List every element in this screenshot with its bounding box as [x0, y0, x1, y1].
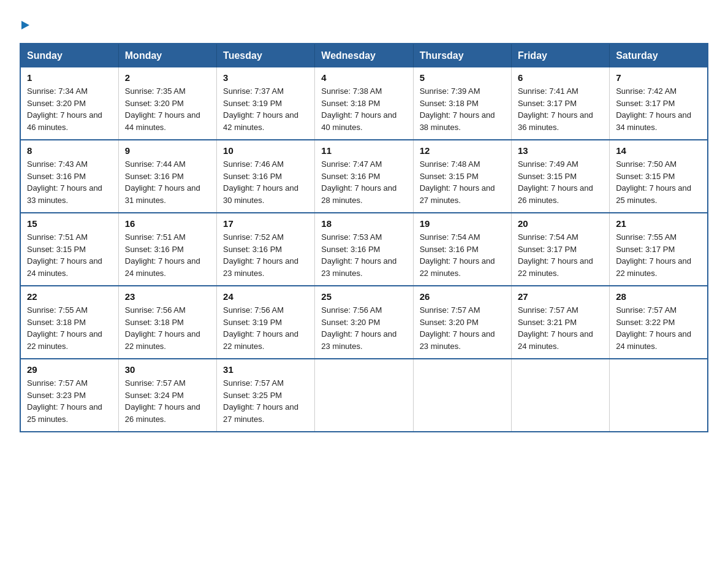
day-info: Sunrise: 7:47 AMSunset: 3:16 PMDaylight:…: [321, 158, 406, 206]
day-number: 4: [321, 72, 406, 83]
day-info: Sunrise: 7:48 AMSunset: 3:15 PMDaylight:…: [420, 158, 505, 206]
day-info: Sunrise: 7:34 AMSunset: 3:20 PMDaylight:…: [27, 85, 112, 133]
calendar-cell: 11 Sunrise: 7:47 AMSunset: 3:16 PMDaylig…: [315, 140, 413, 213]
calendar-cell: 5 Sunrise: 7:39 AMSunset: 3:18 PMDayligh…: [413, 67, 511, 140]
day-info: Sunrise: 7:51 AMSunset: 3:16 PMDaylight:…: [125, 231, 210, 279]
day-number: 5: [420, 72, 505, 83]
calendar-cell: 27 Sunrise: 7:57 AMSunset: 3:21 PMDaylig…: [511, 286, 609, 359]
day-number: 12: [420, 145, 505, 156]
calendar-cell: 9 Sunrise: 7:44 AMSunset: 3:16 PMDayligh…: [118, 140, 216, 213]
day-number: 6: [518, 72, 603, 83]
day-info: Sunrise: 7:37 AMSunset: 3:19 PMDaylight:…: [223, 85, 308, 133]
day-info: Sunrise: 7:49 AMSunset: 3:15 PMDaylight:…: [518, 158, 603, 206]
day-number: 19: [420, 218, 505, 229]
logo-blue-text: [20, 17, 29, 33]
calendar-week-row: 8 Sunrise: 7:43 AMSunset: 3:16 PMDayligh…: [20, 140, 708, 213]
calendar-table: SundayMondayTuesdayWednesdayThursdayFrid…: [20, 43, 708, 432]
day-info: Sunrise: 7:56 AMSunset: 3:20 PMDaylight:…: [321, 304, 406, 352]
calendar-week-row: 22 Sunrise: 7:55 AMSunset: 3:18 PMDaylig…: [20, 286, 708, 359]
day-info: Sunrise: 7:51 AMSunset: 3:15 PMDaylight:…: [27, 231, 112, 279]
day-info: Sunrise: 7:54 AMSunset: 3:16 PMDaylight:…: [420, 231, 505, 279]
day-number: 30: [125, 364, 210, 375]
day-info: Sunrise: 7:57 AMSunset: 3:21 PMDaylight:…: [518, 304, 603, 352]
day-info: Sunrise: 7:46 AMSunset: 3:16 PMDaylight:…: [223, 158, 308, 206]
day-number: 8: [27, 145, 112, 156]
day-info: Sunrise: 7:53 AMSunset: 3:16 PMDaylight:…: [321, 231, 406, 279]
calendar-cell: 28 Sunrise: 7:57 AMSunset: 3:22 PMDaylig…: [610, 286, 708, 359]
day-info: Sunrise: 7:52 AMSunset: 3:16 PMDaylight:…: [223, 231, 308, 279]
calendar-cell: 29 Sunrise: 7:57 AMSunset: 3:23 PMDaylig…: [20, 359, 118, 432]
day-info: Sunrise: 7:42 AMSunset: 3:17 PMDaylight:…: [616, 85, 701, 133]
day-info: Sunrise: 7:50 AMSunset: 3:15 PMDaylight:…: [616, 158, 701, 206]
day-info: Sunrise: 7:57 AMSunset: 3:24 PMDaylight:…: [125, 377, 210, 425]
day-number: 29: [27, 364, 112, 375]
calendar-cell: [610, 359, 708, 432]
calendar-cell: 24 Sunrise: 7:56 AMSunset: 3:19 PMDaylig…: [217, 286, 315, 359]
calendar-cell: 23 Sunrise: 7:56 AMSunset: 3:18 PMDaylig…: [118, 286, 216, 359]
calendar-cell: 17 Sunrise: 7:52 AMSunset: 3:16 PMDaylig…: [217, 213, 315, 286]
calendar-cell: 30 Sunrise: 7:57 AMSunset: 3:24 PMDaylig…: [118, 359, 216, 432]
day-info: Sunrise: 7:56 AMSunset: 3:18 PMDaylight:…: [125, 304, 210, 352]
day-number: 24: [223, 291, 308, 302]
calendar-cell: 20 Sunrise: 7:54 AMSunset: 3:17 PMDaylig…: [511, 213, 609, 286]
page-header: Blue: [20, 15, 708, 33]
day-number: 17: [223, 218, 308, 229]
day-number: 20: [518, 218, 603, 229]
calendar-cell: 22 Sunrise: 7:55 AMSunset: 3:18 PMDaylig…: [20, 286, 118, 359]
day-number: 13: [518, 145, 603, 156]
calendar-cell: [413, 359, 511, 432]
day-number: 14: [616, 145, 701, 156]
calendar-cell: 21 Sunrise: 7:55 AMSunset: 3:17 PMDaylig…: [610, 213, 708, 286]
day-info: Sunrise: 7:57 AMSunset: 3:23 PMDaylight:…: [27, 377, 112, 425]
day-number: 21: [616, 218, 701, 229]
day-number: 7: [616, 72, 701, 83]
day-info: Sunrise: 7:57 AMSunset: 3:25 PMDaylight:…: [223, 377, 308, 425]
calendar-cell: 25 Sunrise: 7:56 AMSunset: 3:20 PMDaylig…: [315, 286, 413, 359]
day-number: 2: [125, 72, 210, 83]
day-info: Sunrise: 7:54 AMSunset: 3:17 PMDaylight:…: [518, 231, 603, 279]
calendar-cell: 26 Sunrise: 7:57 AMSunset: 3:20 PMDaylig…: [413, 286, 511, 359]
calendar-cell: 12 Sunrise: 7:48 AMSunset: 3:15 PMDaylig…: [413, 140, 511, 213]
day-number: 27: [518, 291, 603, 302]
calendar-cell: 7 Sunrise: 7:42 AMSunset: 3:17 PMDayligh…: [610, 67, 708, 140]
calendar-cell: 15 Sunrise: 7:51 AMSunset: 3:15 PMDaylig…: [20, 213, 118, 286]
calendar-cell: 6 Sunrise: 7:41 AMSunset: 3:17 PMDayligh…: [511, 67, 609, 140]
day-info: Sunrise: 7:57 AMSunset: 3:20 PMDaylight:…: [420, 304, 505, 352]
day-number: 23: [125, 291, 210, 302]
day-info: Sunrise: 7:41 AMSunset: 3:17 PMDaylight:…: [518, 85, 603, 133]
calendar-week-row: 1 Sunrise: 7:34 AMSunset: 3:20 PMDayligh…: [20, 67, 708, 140]
calendar-cell: 3 Sunrise: 7:37 AMSunset: 3:19 PMDayligh…: [217, 67, 315, 140]
calendar-cell: 1 Sunrise: 7:34 AMSunset: 3:20 PMDayligh…: [20, 67, 118, 140]
calendar-header-row: SundayMondayTuesdayWednesdayThursdayFrid…: [20, 44, 708, 67]
day-number: 1: [27, 72, 112, 83]
calendar-header-tuesday: Tuesday: [217, 44, 315, 67]
calendar-header-saturday: Saturday: [610, 44, 708, 67]
day-number: 25: [321, 291, 406, 302]
calendar-cell: 16 Sunrise: 7:51 AMSunset: 3:16 PMDaylig…: [118, 213, 216, 286]
day-info: Sunrise: 7:57 AMSunset: 3:22 PMDaylight:…: [616, 304, 701, 352]
day-number: 16: [125, 218, 210, 229]
day-number: 31: [223, 364, 308, 375]
calendar-header-thursday: Thursday: [413, 44, 511, 67]
calendar-cell: [315, 359, 413, 432]
calendar-header-monday: Monday: [118, 44, 216, 67]
day-number: 10: [223, 145, 308, 156]
calendar-cell: 14 Sunrise: 7:50 AMSunset: 3:15 PMDaylig…: [610, 140, 708, 213]
day-info: Sunrise: 7:38 AMSunset: 3:18 PMDaylight:…: [321, 85, 406, 133]
calendar-cell: 13 Sunrise: 7:49 AMSunset: 3:15 PMDaylig…: [511, 140, 609, 213]
calendar-week-row: 15 Sunrise: 7:51 AMSunset: 3:15 PMDaylig…: [20, 213, 708, 286]
calendar-cell: 4 Sunrise: 7:38 AMSunset: 3:18 PMDayligh…: [315, 67, 413, 140]
day-info: Sunrise: 7:35 AMSunset: 3:20 PMDaylight:…: [125, 85, 210, 133]
day-number: 26: [420, 291, 505, 302]
day-info: Sunrise: 7:55 AMSunset: 3:18 PMDaylight:…: [27, 304, 112, 352]
day-number: 3: [223, 72, 308, 83]
logo-arrow-icon: [21, 21, 29, 29]
calendar-cell: 8 Sunrise: 7:43 AMSunset: 3:16 PMDayligh…: [20, 140, 118, 213]
day-info: Sunrise: 7:55 AMSunset: 3:17 PMDaylight:…: [616, 231, 701, 279]
calendar-cell: 18 Sunrise: 7:53 AMSunset: 3:16 PMDaylig…: [315, 213, 413, 286]
calendar-header-wednesday: Wednesday: [315, 44, 413, 67]
calendar-header-sunday: Sunday: [20, 44, 118, 67]
calendar-cell: [511, 359, 609, 432]
calendar-cell: 2 Sunrise: 7:35 AMSunset: 3:20 PMDayligh…: [118, 67, 216, 140]
day-number: 15: [27, 218, 112, 229]
